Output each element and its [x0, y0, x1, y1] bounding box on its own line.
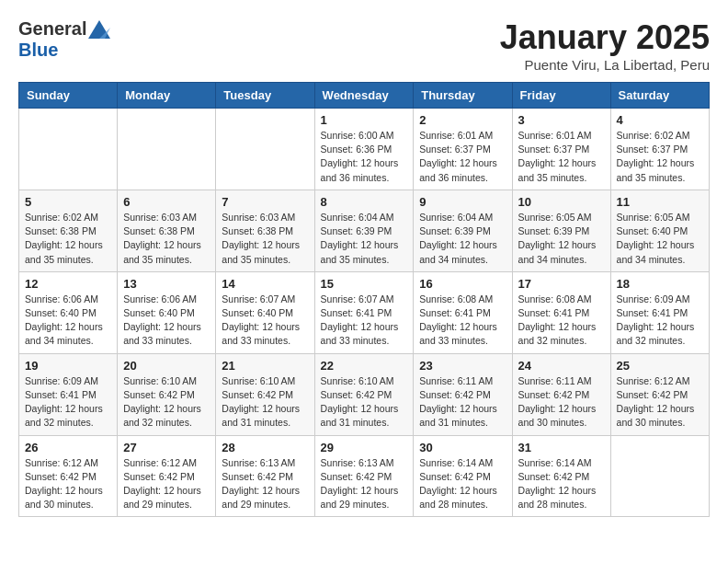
calendar-cell: 25Sunrise: 6:12 AMSunset: 6:42 PMDayligh…: [610, 353, 709, 435]
calendar-cell: 27Sunrise: 6:12 AMSunset: 6:42 PMDayligh…: [118, 435, 216, 517]
day-info: Sunrise: 6:03 AMSunset: 6:38 PMDaylight:…: [123, 211, 210, 267]
calendar-cell: 22Sunrise: 6:10 AMSunset: 6:42 PMDayligh…: [314, 353, 414, 435]
day-number: 29: [321, 441, 408, 454]
day-number: 13: [123, 277, 210, 291]
day-info: Sunrise: 6:14 AMSunset: 6:42 PMDaylight:…: [419, 456, 506, 512]
calendar-cell: [610, 435, 709, 517]
day-number: 17: [518, 277, 605, 291]
day-info: Sunrise: 6:12 AMSunset: 6:42 PMDaylight:…: [123, 456, 210, 512]
svg-marker-0: [88, 20, 110, 39]
day-number: 31: [518, 441, 605, 454]
day-info: Sunrise: 6:10 AMSunset: 6:42 PMDaylight:…: [123, 374, 210, 431]
day-number: 12: [25, 277, 111, 291]
day-info: Sunrise: 6:05 AMSunset: 6:39 PMDaylight:…: [518, 211, 605, 267]
calendar-cell: [216, 109, 314, 190]
day-number: 23: [419, 359, 506, 373]
calendar-cell: [19, 109, 118, 190]
calendar-cell: 24Sunrise: 6:11 AMSunset: 6:42 PMDayligh…: [512, 353, 610, 435]
calendar-week-row: 12Sunrise: 6:06 AMSunset: 6:40 PMDayligh…: [19, 271, 710, 353]
calendar-cell: 31Sunrise: 6:14 AMSunset: 6:42 PMDayligh…: [512, 435, 610, 517]
day-info: Sunrise: 6:04 AMSunset: 6:39 PMDaylight:…: [419, 211, 506, 267]
calendar-cell: 30Sunrise: 6:14 AMSunset: 6:42 PMDayligh…: [414, 435, 512, 517]
day-number: 1: [321, 113, 408, 127]
header-wednesday: Wednesday: [314, 83, 414, 109]
month-title: January 2025: [500, 18, 710, 57]
header-thursday: Thursday: [414, 83, 512, 109]
day-info: Sunrise: 6:07 AMSunset: 6:41 PMDaylight:…: [321, 293, 408, 349]
day-info: Sunrise: 6:11 AMSunset: 6:42 PMDaylight:…: [419, 374, 506, 431]
calendar-cell: 5Sunrise: 6:02 AMSunset: 6:38 PMDaylight…: [19, 190, 118, 271]
day-number: 14: [222, 277, 308, 291]
day-info: Sunrise: 6:08 AMSunset: 6:41 PMDaylight:…: [518, 293, 605, 349]
day-info: Sunrise: 6:14 AMSunset: 6:42 PMDaylight:…: [518, 456, 605, 512]
calendar-cell: 19Sunrise: 6:09 AMSunset: 6:41 PMDayligh…: [19, 353, 118, 435]
calendar-cell: 12Sunrise: 6:06 AMSunset: 6:40 PMDayligh…: [19, 271, 118, 353]
title-block: January 2025 Puente Viru, La Libertad, P…: [500, 18, 710, 73]
calendar-week-row: 5Sunrise: 6:02 AMSunset: 6:38 PMDaylight…: [19, 190, 710, 271]
day-info: Sunrise: 6:06 AMSunset: 6:40 PMDaylight:…: [25, 293, 111, 349]
calendar-cell: [118, 109, 216, 190]
logo-icon: [88, 20, 110, 39]
calendar-cell: 4Sunrise: 6:02 AMSunset: 6:37 PMDaylight…: [610, 109, 709, 190]
day-info: Sunrise: 6:01 AMSunset: 6:37 PMDaylight:…: [518, 129, 605, 185]
day-number: 25: [617, 359, 703, 373]
day-number: 18: [617, 277, 703, 291]
day-info: Sunrise: 6:02 AMSunset: 6:38 PMDaylight:…: [25, 211, 111, 267]
day-info: Sunrise: 6:09 AMSunset: 6:41 PMDaylight:…: [25, 374, 111, 431]
calendar-cell: 17Sunrise: 6:08 AMSunset: 6:41 PMDayligh…: [512, 271, 610, 353]
day-number: 9: [419, 195, 506, 209]
calendar-week-row: 1Sunrise: 6:00 AMSunset: 6:36 PMDaylight…: [19, 109, 710, 190]
day-info: Sunrise: 6:09 AMSunset: 6:41 PMDaylight:…: [617, 293, 703, 349]
calendar-cell: 9Sunrise: 6:04 AMSunset: 6:39 PMDaylight…: [414, 190, 512, 271]
calendar-week-row: 19Sunrise: 6:09 AMSunset: 6:41 PMDayligh…: [19, 353, 710, 435]
day-info: Sunrise: 6:13 AMSunset: 6:42 PMDaylight:…: [321, 456, 408, 512]
calendar-cell: 28Sunrise: 6:13 AMSunset: 6:42 PMDayligh…: [216, 435, 314, 517]
day-number: 16: [419, 277, 506, 291]
calendar-cell: 15Sunrise: 6:07 AMSunset: 6:41 PMDayligh…: [314, 271, 414, 353]
location-subtitle: Puente Viru, La Libertad, Peru: [500, 57, 710, 73]
day-number: 2: [419, 113, 506, 127]
day-info: Sunrise: 6:00 AMSunset: 6:36 PMDaylight:…: [321, 129, 408, 185]
calendar-cell: 7Sunrise: 6:03 AMSunset: 6:38 PMDaylight…: [216, 190, 314, 271]
day-number: 28: [222, 441, 308, 454]
calendar-cell: 21Sunrise: 6:10 AMSunset: 6:42 PMDayligh…: [216, 353, 314, 435]
calendar-cell: 16Sunrise: 6:08 AMSunset: 6:41 PMDayligh…: [414, 271, 512, 353]
day-number: 15: [321, 277, 408, 291]
day-number: 26: [25, 441, 111, 454]
calendar-cell: 6Sunrise: 6:03 AMSunset: 6:38 PMDaylight…: [118, 190, 216, 271]
logo: General Blue: [18, 18, 110, 61]
day-number: 7: [222, 195, 308, 209]
day-info: Sunrise: 6:07 AMSunset: 6:40 PMDaylight:…: [222, 293, 308, 349]
day-number: 10: [518, 195, 605, 209]
logo-blue: Blue: [18, 40, 58, 61]
day-info: Sunrise: 6:02 AMSunset: 6:37 PMDaylight:…: [617, 129, 703, 185]
day-info: Sunrise: 6:05 AMSunset: 6:40 PMDaylight:…: [617, 211, 703, 267]
header-tuesday: Tuesday: [216, 83, 314, 109]
calendar-cell: 14Sunrise: 6:07 AMSunset: 6:40 PMDayligh…: [216, 271, 314, 353]
page-header: General Blue January 2025 Puente Viru, L…: [18, 18, 710, 73]
day-info: Sunrise: 6:12 AMSunset: 6:42 PMDaylight:…: [617, 374, 703, 431]
day-number: 4: [617, 113, 703, 127]
header-friday: Friday: [512, 83, 610, 109]
calendar-cell: 26Sunrise: 6:12 AMSunset: 6:42 PMDayligh…: [19, 435, 118, 517]
day-number: 30: [419, 441, 506, 454]
calendar-cell: 13Sunrise: 6:06 AMSunset: 6:40 PMDayligh…: [118, 271, 216, 353]
calendar-cell: 1Sunrise: 6:00 AMSunset: 6:36 PMDaylight…: [314, 109, 414, 190]
weekday-header-row: Sunday Monday Tuesday Wednesday Thursday…: [19, 83, 710, 109]
day-info: Sunrise: 6:10 AMSunset: 6:42 PMDaylight:…: [321, 374, 408, 431]
day-number: 11: [617, 195, 703, 209]
calendar-table: Sunday Monday Tuesday Wednesday Thursday…: [18, 82, 710, 517]
day-info: Sunrise: 6:03 AMSunset: 6:38 PMDaylight:…: [222, 211, 308, 267]
day-number: 5: [25, 195, 111, 209]
day-info: Sunrise: 6:12 AMSunset: 6:42 PMDaylight:…: [25, 456, 111, 512]
header-saturday: Saturday: [610, 83, 709, 109]
day-number: 20: [123, 359, 210, 373]
calendar-cell: 18Sunrise: 6:09 AMSunset: 6:41 PMDayligh…: [610, 271, 709, 353]
day-info: Sunrise: 6:01 AMSunset: 6:37 PMDaylight:…: [419, 129, 506, 185]
calendar-cell: 2Sunrise: 6:01 AMSunset: 6:37 PMDaylight…: [414, 109, 512, 190]
calendar-cell: 11Sunrise: 6:05 AMSunset: 6:40 PMDayligh…: [610, 190, 709, 271]
calendar-cell: 23Sunrise: 6:11 AMSunset: 6:42 PMDayligh…: [414, 353, 512, 435]
calendar-cell: 3Sunrise: 6:01 AMSunset: 6:37 PMDaylight…: [512, 109, 610, 190]
day-info: Sunrise: 6:11 AMSunset: 6:42 PMDaylight:…: [518, 374, 605, 431]
day-number: 22: [321, 359, 408, 373]
